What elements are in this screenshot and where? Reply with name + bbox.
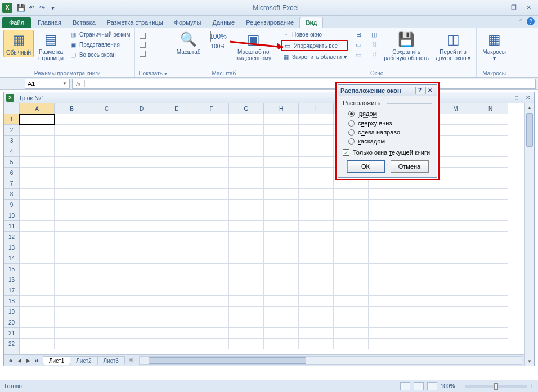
- cell[interactable]: [159, 232, 194, 242]
- new-window-button[interactable]: ▫Новое окно: [281, 30, 348, 39]
- zoom-selection-button[interactable]: ▣ Масштаб по выделенному: [234, 30, 274, 62]
- sheet-tab-2[interactable]: Лист2: [70, 356, 97, 365]
- cell[interactable]: [89, 242, 124, 253]
- cell[interactable]: [299, 200, 334, 210]
- row-header[interactable]: 17: [4, 285, 19, 296]
- zoom-button[interactable]: 🔍 Масштаб: [174, 30, 203, 56]
- cell[interactable]: [89, 296, 124, 307]
- cell[interactable]: [194, 317, 229, 328]
- cell[interactable]: [124, 232, 159, 242]
- column-header[interactable]: A: [20, 103, 55, 114]
- cell[interactable]: [20, 296, 55, 307]
- sheet-nav-next-icon[interactable]: ▶: [24, 358, 32, 363]
- tab-data[interactable]: Данные: [207, 17, 240, 28]
- row-header[interactable]: 18: [4, 296, 19, 307]
- full-screen-button[interactable]: ▢Во весь экран: [68, 50, 131, 59]
- cell[interactable]: [264, 285, 299, 296]
- cell[interactable]: [438, 157, 473, 168]
- cell[interactable]: [404, 285, 438, 296]
- cell[interactable]: [264, 232, 299, 242]
- cell[interactable]: [404, 221, 438, 232]
- column-header[interactable]: F: [194, 103, 229, 114]
- cell[interactable]: [89, 264, 124, 274]
- cell[interactable]: [20, 328, 55, 339]
- cell[interactable]: [299, 232, 334, 242]
- cell[interactable]: [20, 274, 55, 285]
- row-header[interactable]: 22: [4, 339, 19, 349]
- cell[interactable]: [89, 136, 124, 146]
- cell[interactable]: [89, 339, 124, 349]
- zoom-in-icon[interactable]: +: [530, 383, 533, 389]
- cell[interactable]: [229, 136, 264, 146]
- cell[interactable]: [124, 146, 159, 157]
- row-header[interactable]: 19: [4, 307, 19, 317]
- cell[interactable]: [229, 114, 264, 125]
- cell[interactable]: [264, 317, 299, 328]
- cell[interactable]: [124, 328, 159, 339]
- cell[interactable]: [20, 221, 55, 232]
- cell[interactable]: [299, 136, 334, 146]
- cell[interactable]: [369, 285, 404, 296]
- cell[interactable]: [89, 157, 124, 168]
- cell[interactable]: [473, 253, 508, 264]
- cell[interactable]: [124, 136, 159, 146]
- cell[interactable]: [473, 274, 508, 285]
- cell[interactable]: [299, 146, 334, 157]
- cell[interactable]: [124, 339, 159, 349]
- cell[interactable]: [299, 317, 334, 328]
- row-header[interactable]: 4: [4, 146, 19, 157]
- name-box-dropdown-icon[interactable]: ▼: [62, 81, 67, 86]
- cell[interactable]: [438, 339, 473, 349]
- cell[interactable]: [229, 200, 264, 210]
- cell[interactable]: [404, 232, 438, 242]
- cell[interactable]: [438, 285, 473, 296]
- cell[interactable]: [264, 328, 299, 339]
- row-header[interactable]: 7: [4, 178, 19, 189]
- cell[interactable]: [159, 307, 194, 317]
- cell[interactable]: [20, 285, 55, 296]
- zoom-100-button[interactable]: 100% 100%: [205, 30, 231, 51]
- cell[interactable]: [473, 200, 508, 210]
- cell[interactable]: [194, 274, 229, 285]
- cell[interactable]: [194, 253, 229, 264]
- cell[interactable]: [369, 264, 404, 274]
- cell[interactable]: [124, 178, 159, 189]
- cell[interactable]: [194, 339, 229, 349]
- cell[interactable]: [20, 307, 55, 317]
- show-item-1[interactable]: [138, 32, 147, 39]
- cell[interactable]: [20, 339, 55, 349]
- undo-icon[interactable]: ↶: [27, 3, 36, 12]
- cell[interactable]: [124, 189, 159, 200]
- cell[interactable]: [473, 264, 508, 274]
- cell[interactable]: [124, 200, 159, 210]
- cell[interactable]: [299, 189, 334, 200]
- cell[interactable]: [194, 264, 229, 274]
- cell[interactable]: [369, 317, 404, 328]
- view-layout-icon[interactable]: [414, 382, 424, 390]
- row-header[interactable]: 20: [4, 317, 19, 328]
- cell[interactable]: [299, 307, 334, 317]
- cell[interactable]: [229, 168, 264, 178]
- cell[interactable]: [264, 242, 299, 253]
- row-header[interactable]: 5: [4, 157, 19, 168]
- cell[interactable]: [334, 339, 369, 349]
- cell[interactable]: [369, 210, 404, 221]
- checkbox-current-book[interactable]: ✓Только окна текущей книги: [343, 146, 432, 160]
- file-tab[interactable]: Файл: [2, 17, 31, 28]
- column-header[interactable]: E: [159, 103, 194, 114]
- cell[interactable]: [20, 210, 55, 221]
- cell[interactable]: [438, 296, 473, 307]
- view-break-icon[interactable]: [427, 382, 437, 390]
- cell[interactable]: [473, 232, 508, 242]
- cell[interactable]: [194, 307, 229, 317]
- cell[interactable]: [369, 339, 404, 349]
- show-item-2[interactable]: [138, 41, 147, 48]
- cell[interactable]: [229, 125, 264, 136]
- cell[interactable]: [369, 274, 404, 285]
- row-header[interactable]: 11: [4, 221, 19, 232]
- cell[interactable]: [334, 189, 369, 200]
- cell[interactable]: [55, 317, 89, 328]
- unhide-button[interactable]: ▭: [353, 50, 364, 59]
- macros-button[interactable]: ▦ Макросы▾: [480, 30, 508, 62]
- cell[interactable]: [55, 232, 89, 242]
